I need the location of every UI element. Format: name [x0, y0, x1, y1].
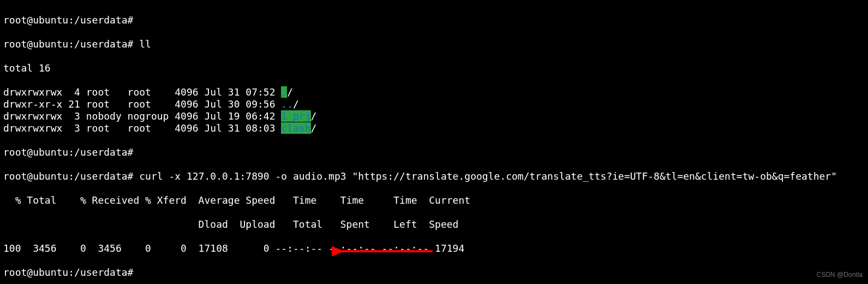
ll-row: drwxrwxrwx 4 root root 4096 Jul 31 07:52… — [3, 86, 865, 98]
prompt-line: root@ubuntu:/userdata# — [3, 14, 865, 26]
ll-row-suffix: / — [311, 122, 317, 134]
ll-row: drwxrwxrwx 3 root root 4096 Jul 31 08:03… — [3, 122, 865, 134]
ll-total: total 16 — [3, 62, 865, 74]
prompt-line: root@ubuntu:/userdata# ll — [3, 38, 865, 50]
prompt-line: root@ubuntu:/userdata# — [3, 146, 865, 158]
ll-row-meta: drwxrwxrwx 3 nobody nogroup 4096 Jul 19 … — [3, 110, 281, 122]
ll-row-meta: drwxrwxrwx 3 root root 4096 Jul 31 08:03 — [3, 122, 281, 134]
ll-row-name: 1_prj — [281, 110, 310, 122]
ll-row-suffix: / — [293, 98, 299, 110]
ll-row-name: .. — [281, 98, 293, 110]
prompt-line: root@ubuntu:/userdata# — [3, 267, 865, 279]
prompt: root@ubuntu:/userdata# — [3, 14, 133, 26]
terminal[interactable]: root@ubuntu:/userdata# root@ubuntu:/user… — [0, 0, 868, 284]
ll-row-meta: drwxr-xr-x 21 root root 4096 Jul 30 09:5… — [3, 98, 281, 110]
ll-row-suffix: / — [287, 86, 293, 98]
prompt-line: root@ubuntu:/userdata# curl -x 127.0.0.1… — [3, 170, 865, 182]
prompt: root@ubuntu:/userdata# — [3, 38, 133, 50]
command: ll — [139, 38, 151, 50]
ll-row-name: . — [281, 86, 287, 98]
ll-row: drwxr-xr-x 21 root root 4096 Jul 30 09:5… — [3, 98, 865, 110]
ll-row-name: clash — [281, 122, 310, 134]
command: curl -x 127.0.0.1:7890 -o audio.mp3 "htt… — [139, 170, 837, 182]
watermark: CSDN @Dontla — [817, 269, 863, 281]
curl-header: Dload Upload Total Spent Left Speed — [3, 218, 865, 230]
ll-row-suffix: / — [311, 110, 317, 122]
curl-header: % Total % Received % Xferd Average Speed… — [3, 194, 865, 206]
prompt: root@ubuntu:/userdata# — [3, 170, 133, 182]
curl-row: 100 3456 0 3456 0 0 17108 0 --:--:-- --:… — [3, 242, 865, 255]
ll-row-meta: drwxrwxrwx 4 root root 4096 Jul 31 07:52 — [3, 86, 281, 98]
prompt: root@ubuntu:/userdata# — [3, 267, 133, 278]
ll-row: drwxrwxrwx 3 nobody nogroup 4096 Jul 19 … — [3, 110, 865, 122]
prompt: root@ubuntu:/userdata# — [3, 146, 133, 158]
